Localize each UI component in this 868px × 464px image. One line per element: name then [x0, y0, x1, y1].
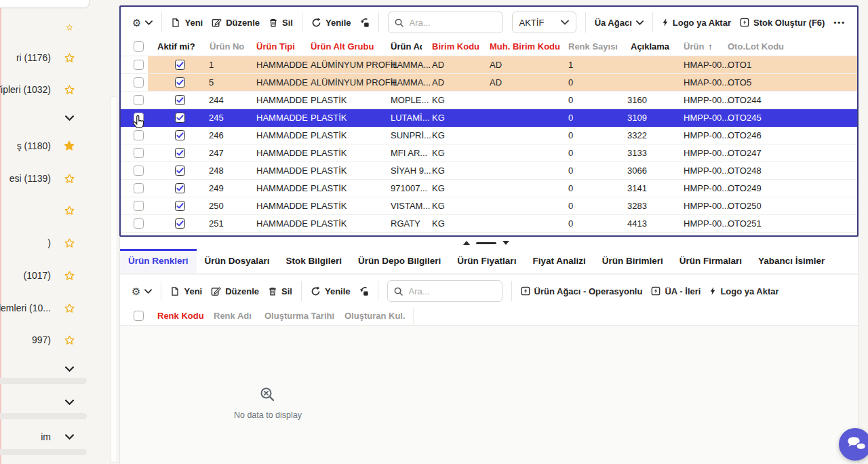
- splitter-handle[interactable]: [476, 242, 496, 244]
- sidebar-section-divider[interactable]: [0, 449, 87, 455]
- select-all-checkbox[interactable]: [134, 41, 144, 52]
- column-header[interactable]: Açıklama: [631, 38, 669, 56]
- sidebar-item[interactable]: ): [0, 236, 87, 250]
- subgrid-select-all-checkbox[interactable]: [134, 311, 144, 321]
- aktif-mi-checkbox[interactable]: [175, 113, 185, 123]
- sidebar-item[interactable]: im: [0, 430, 87, 444]
- table-row[interactable]: 244HAMMADDEPLASTİKMOPLE...KG03160HMPP-00…: [121, 92, 857, 109]
- row-select-checkbox[interactable]: [134, 218, 144, 229]
- row-select-checkbox[interactable]: [134, 95, 144, 105]
- tab--r-n-depo-bilgileri[interactable]: Ürün Depo Bilgileri: [350, 249, 449, 273]
- detail-delete-button[interactable]: Sil: [268, 286, 292, 296]
- revert-layout-button[interactable]: [360, 18, 370, 28]
- column-header[interactable]: Ürün No: [210, 38, 244, 56]
- row-select-checkbox[interactable]: [134, 201, 144, 211]
- subgrid-column-header[interactable]: Oluşturan Kul.: [344, 307, 406, 325]
- row-select-checkbox[interactable]: [134, 60, 144, 70]
- detail-settings-button[interactable]: ⚙: [132, 286, 152, 296]
- table-row[interactable]: 250HAMMADDEPLASTİKVISTAM...KG03283HMPP-0…: [121, 197, 857, 215]
- aktif-mi-checkbox[interactable]: [175, 201, 185, 211]
- tab--r-n-renkleri[interactable]: Ürün Renkleri: [120, 249, 197, 273]
- splitter-collapse-down-icon[interactable]: [502, 241, 509, 245]
- chevron-down-icon[interactable]: [63, 363, 75, 375]
- aktif-mi-checkbox[interactable]: [175, 166, 185, 176]
- sidebar-section-divider[interactable]: [0, 413, 87, 419]
- create-stock-button[interactable]: Stok Oluştur (F6): [740, 18, 825, 28]
- row-select-checkbox[interactable]: [134, 77, 144, 88]
- sidebar-scrollbar[interactable]: [111, 96, 117, 463]
- grid-settings-button[interactable]: ⚙: [132, 18, 153, 28]
- chevron-down-icon[interactable]: [63, 431, 75, 443]
- table-row[interactable]: 246HAMMADDEPLASTİKSUNPRİ...KG03322HMPP-0…: [121, 127, 857, 144]
- tab--r-n-firmalar-[interactable]: Ürün Firmaları: [671, 249, 750, 273]
- table-row[interactable]: 245HAMMADDEPLASTİKLUTAMİ...KG03109HMPP-0…: [121, 109, 857, 127]
- favorite-star-outline-icon[interactable]: [63, 334, 75, 346]
- subgrid-column-header[interactable]: Renk Kodu: [157, 307, 204, 325]
- favorite-star-icon[interactable]: [63, 21, 75, 33]
- detail-refresh-button[interactable]: Yenile: [311, 286, 351, 296]
- detail-edit-button[interactable]: Düzenle: [211, 286, 259, 296]
- tab-stok-bilgileri[interactable]: Stok Bilgileri: [278, 249, 351, 273]
- sidebar-item[interactable]: (1017): [0, 269, 87, 282]
- sidebar-item[interactable]: esi (1139): [0, 172, 87, 185]
- column-header[interactable]: Ürün Adı: [391, 38, 422, 56]
- favorite-star-outline-icon[interactable]: [63, 204, 75, 216]
- column-header[interactable]: Renk Sayısı: [568, 38, 618, 56]
- sidebar-item[interactable]: Tipleri (1032): [0, 83, 87, 96]
- chat-widget-button[interactable]: [839, 428, 868, 461]
- tab-yabanc-i-simler[interactable]: Yabancı İsimler: [750, 249, 833, 273]
- new-button[interactable]: Yeni: [171, 18, 203, 28]
- grid-search-input[interactable]: [408, 17, 496, 28]
- detail-search-box[interactable]: [387, 280, 502, 302]
- sidebar-item[interactable]: [0, 362, 87, 376]
- table-row[interactable]: 251HAMMADDEPLASTİKRGATYKG04413HMPP-00...…: [121, 215, 857, 233]
- sidebar-item[interactable]: [0, 204, 87, 217]
- favorite-star-filled-icon[interactable]: [63, 140, 75, 152]
- table-row[interactable]: 248HAMMADDEPLASTİKSİYAH 9...KG03066HMPP-…: [121, 162, 857, 180]
- splitter-expand-up-icon[interactable]: [463, 241, 470, 245]
- aktif-mi-checkbox[interactable]: [175, 95, 185, 105]
- more-options-button[interactable]: •••: [833, 18, 846, 26]
- sidebar-section-divider[interactable]: [0, 378, 87, 384]
- sidebar-item[interactable]: İşlemleri (10...: [0, 301, 87, 315]
- sidebar-item[interactable]: 997): [0, 333, 87, 347]
- tab-fiyat-analizi[interactable]: Fiyat Analizi: [524, 249, 593, 273]
- row-select-checkbox[interactable]: [134, 148, 144, 158]
- export-logo-button[interactable]: Logo ya Aktar: [662, 18, 731, 28]
- row-select-checkbox[interactable]: [134, 166, 144, 176]
- column-header[interactable]: Oto.Lot Kodu: [728, 38, 784, 56]
- edit-button[interactable]: Düzenle: [212, 18, 260, 28]
- sidebar-item[interactable]: [0, 20, 87, 34]
- tab--r-n-dosyalar-[interactable]: Ürün Dosyaları: [197, 249, 278, 273]
- sidebar-item[interactable]: ri (1176): [0, 51, 87, 64]
- delete-button[interactable]: Sil: [269, 18, 293, 28]
- sort-ascending-icon[interactable]: ↑: [708, 38, 713, 56]
- table-row[interactable]: 247HAMMADDEPLASTİKMFI AR...KG03133HMPP-0…: [121, 144, 857, 162]
- column-header[interactable]: Birim Kodu: [432, 38, 479, 56]
- favorite-star-outline-icon[interactable]: [63, 83, 75, 96]
- detail-export-logo-button[interactable]: Logo ya Aktar: [709, 286, 778, 296]
- refresh-button[interactable]: Yenile: [311, 18, 351, 28]
- column-header[interactable]: Ürün Tipi: [256, 38, 295, 56]
- aktif-mi-checkbox[interactable]: [175, 148, 185, 158]
- aktif-mi-checkbox[interactable]: [175, 218, 185, 229]
- ua-advanced-button[interactable]: ÜA - İleri: [651, 286, 701, 296]
- tab--r-n-fiyatlar-[interactable]: Ürün Fiyatları: [449, 249, 524, 273]
- chevron-down-icon[interactable]: [63, 396, 75, 408]
- detail-new-button[interactable]: Yeni: [170, 286, 202, 296]
- favorite-star-outline-icon[interactable]: [63, 269, 75, 282]
- column-header[interactable]: Muh. Birim Kodu: [490, 38, 560, 56]
- subgrid-column-header[interactable]: Oluşturma Tarihi: [264, 307, 334, 325]
- detail-search-input[interactable]: [408, 286, 496, 297]
- table-row[interactable]: 1HAMMADDEALÜMİNYUM PROFİLHAMMA...ADAD1HM…: [121, 56, 857, 74]
- favorite-star-outline-icon[interactable]: [63, 52, 75, 64]
- detail-revert-layout-button[interactable]: [359, 286, 369, 296]
- aktif-mi-checkbox[interactable]: [175, 130, 185, 140]
- favorite-star-outline-icon[interactable]: [63, 172, 75, 185]
- aktif-mi-checkbox[interactable]: [175, 60, 185, 70]
- product-tree-ops-button[interactable]: Ürün Ağacı - Operasyonlu: [521, 286, 643, 296]
- tab--r-n-birimleri[interactable]: Ürün Birimleri: [594, 249, 671, 273]
- subgrid-column-header[interactable]: Renk Adı: [214, 307, 252, 325]
- favorite-star-outline-icon[interactable]: [63, 302, 75, 314]
- status-filter-select[interactable]: AKTİF: [512, 12, 576, 33]
